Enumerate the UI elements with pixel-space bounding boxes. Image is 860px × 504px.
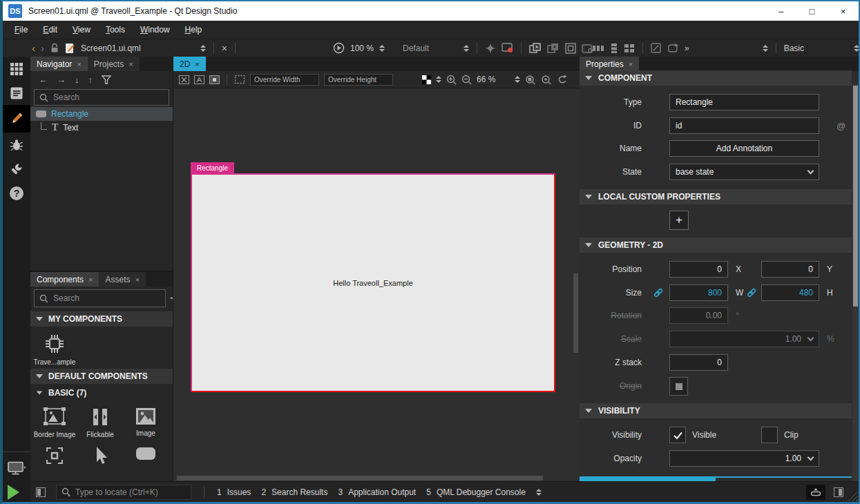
tab-rectangle-specifics[interactable]: Rectangle [580,476,716,481]
move-right-icon[interactable]: → [57,75,66,85]
position-y-input[interactable]: 0 [761,261,819,278]
layout-column-icon[interactable] [610,43,618,54]
show-bounds-icon[interactable] [234,75,245,84]
visible-checkbox[interactable] [669,427,686,443]
snap-items-icon[interactable] [209,75,220,84]
snap-anchors-icon[interactable] [194,75,204,84]
design-mode-icon[interactable] [3,105,30,133]
tree-item-rectangle[interactable]: Rectangle [30,107,173,121]
pane-qml-debugger-console[interactable]: 5QML Debugger Console [426,487,526,497]
style-selector[interactable]: Default [403,43,429,53]
forward-icon[interactable]: › [41,42,44,54]
close-icon[interactable]: × [88,275,93,284]
alias-export-icon[interactable]: @ [837,117,845,135]
close-button[interactable]: × [828,1,859,21]
type-input[interactable]: Rectangle [669,94,819,110]
background-spinner[interactable] [436,76,441,83]
id-input[interactable]: id [669,117,819,134]
breadcrumb-filename[interactable]: Screen01.ui.qml [81,43,141,53]
back-icon[interactable]: ‹ [32,42,35,54]
edit-component-icon[interactable] [651,43,662,54]
components-search[interactable] [34,289,166,307]
canvas-vertical-scrollbar[interactable] [573,273,578,353]
toggle-left-sidebar-icon[interactable] [36,487,46,497]
projects-wrench-icon[interactable] [3,157,30,181]
rotate-icon[interactable] [667,43,679,53]
link-icon[interactable] [747,288,756,298]
qml-rectangle[interactable]: Hello Traveoll_Example [191,173,555,392]
locator[interactable] [56,485,191,500]
toolbar-overflow[interactable]: » [685,43,689,53]
minimize-button[interactable]: – [765,1,796,21]
menu-tools[interactable]: Tools [98,25,133,35]
tab-components[interactable]: Components × [30,272,99,287]
add-annotation-button[interactable]: Add Annotation [669,140,819,157]
move-down-icon[interactable]: ↓ [75,75,79,85]
tab-projects[interactable]: Projects × [88,57,140,71]
welcome-mode-icon[interactable] [3,57,30,81]
create-child-component-icon[interactable] [547,43,560,54]
close-icon[interactable]: × [135,275,140,284]
rotation-input[interactable]: 0.00 [669,307,728,324]
section-basic[interactable]: BASIC (7) [30,385,173,400]
tab-layout[interactable]: Layout [716,476,852,481]
2d-canvas[interactable]: Rectangle Hello Traveoll_Example [173,88,580,481]
component-item[interactable] [32,445,77,466]
preview-zoom-value[interactable]: 100 % [350,43,374,53]
tab-properties[interactable]: Properties × [580,57,639,71]
run-button[interactable] [8,485,19,500]
create-component-icon[interactable] [529,43,542,54]
outline-icon[interactable] [565,43,576,54]
pane-application-output[interactable]: 3Application Output [338,487,416,497]
component-flickable[interactable]: Flickable [77,407,123,438]
pane-issues[interactable]: 1Issues [217,487,251,497]
zstack-input[interactable]: 0 [669,354,728,371]
add-property-button[interactable]: + [669,211,689,230]
filter-icon[interactable] [102,75,112,84]
menu-help[interactable]: Help [178,25,210,35]
clip-checkbox[interactable] [761,427,778,443]
preview-zoom-spinner[interactable] [379,45,385,52]
locator-input[interactable] [75,487,186,497]
component-mouse-area[interactable] [77,445,123,466]
close-icon[interactable]: × [77,60,81,68]
reset-view-icon[interactable] [557,75,567,84]
canvas-zoom-value[interactable]: 66 % [477,75,495,84]
opacity-dropdown[interactable]: 1.00 [669,450,819,467]
layout-row-icon[interactable] [592,44,604,52]
component-border-image[interactable]: Border Image [32,407,77,438]
basic-spinner-left[interactable] [763,45,768,52]
override-height-input[interactable] [324,74,393,86]
tree-item-text[interactable]: T Text [30,121,173,135]
canvas-zoom-spinner[interactable] [515,76,520,83]
close-icon[interactable]: × [128,60,133,68]
position-x-input[interactable]: 0 [669,261,728,278]
navigator-search[interactable] [34,89,169,106]
menu-window[interactable]: Window [133,25,178,35]
tab-assets[interactable]: Assets × [99,272,145,287]
help-mode-icon[interactable]: ? [3,181,30,205]
tab-2d[interactable]: 2D × [173,57,206,71]
pane-search-results[interactable]: 2Search Results [261,487,327,497]
component-rectangle[interactable] [123,445,169,466]
output-pane-spinner[interactable] [536,489,542,496]
lock-icon[interactable] [50,43,59,53]
selection-tag[interactable]: Rectangle [191,162,234,173]
toggle-output-pane-icon[interactable] [806,485,825,500]
link-icon[interactable] [653,288,663,298]
state-dropdown[interactable]: base state [669,164,819,180]
component-travel-example[interactable]: Trave...ample [32,333,77,366]
zoom-fit-selection-icon[interactable] [541,75,552,85]
tab-navigator[interactable]: Navigator × [30,57,88,71]
scale-dropdown[interactable]: 1.00 [669,331,819,347]
size-w-input[interactable]: 800 [669,284,728,301]
basic-spinner-right[interactable] [854,45,859,52]
section-default-components[interactable]: DEFAULT COMPONENTS [30,369,173,384]
size-h-input[interactable]: 480 [761,284,819,301]
maximize-button[interactable]: □ [796,1,828,21]
components-search-input[interactable] [53,293,160,303]
move-anchor-icon[interactable] [485,43,496,54]
menu-file[interactable]: File [7,25,35,35]
menu-view[interactable]: View [65,25,98,35]
document-spinner[interactable] [200,45,206,52]
